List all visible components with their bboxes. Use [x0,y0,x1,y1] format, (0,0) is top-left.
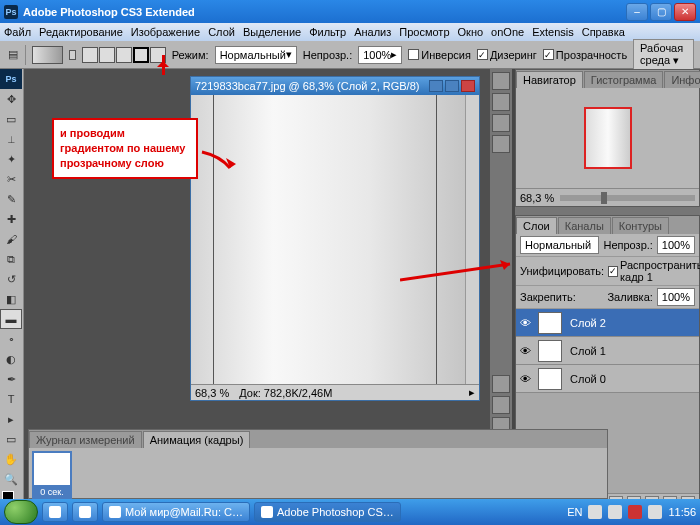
propagate-checkbox[interactable]: ✓Распространить кадр 1 [608,259,700,283]
menu-edit[interactable]: Редактирование [39,26,123,38]
doc-minimize-button[interactable] [429,80,443,92]
tray-icon[interactable] [588,505,602,519]
gradient-radial-button[interactable] [99,47,115,63]
layer-name[interactable]: Слой 0 [566,373,699,385]
magic-wand-tool[interactable]: ✦ [0,149,22,169]
menu-extensis[interactable]: Extensis [532,26,574,38]
eraser-tool[interactable]: ◧ [0,289,22,309]
menu-filter[interactable]: Фильтр [309,26,346,38]
tab-layers[interactable]: Слои [516,217,557,234]
gradient-linear-button[interactable] [82,47,98,63]
doc-close-button[interactable] [461,80,475,92]
menu-window[interactable]: Окно [458,26,484,38]
dock-icon[interactable] [492,375,510,393]
gradient-preview[interactable] [32,46,64,64]
gradient-angle-button[interactable] [116,47,132,63]
hand-tool[interactable]: ✋ [0,449,22,469]
layer-thumbnail[interactable] [538,312,562,334]
history-brush-tool[interactable]: ↺ [0,269,22,289]
tab-animation[interactable]: Анимация (кадры) [143,431,251,448]
frame-delay[interactable]: 0 сек. [32,487,72,499]
taskbar-item-active[interactable]: Adobe Photoshop CS… [254,502,401,522]
doc-maximize-button[interactable] [445,80,459,92]
transparency-checkbox[interactable]: ✓Прозрачность [543,49,627,61]
menu-view[interactable]: Просмотр [399,26,449,38]
tray-icon[interactable] [648,505,662,519]
start-button[interactable] [4,500,38,524]
layer-thumbnail[interactable] [538,340,562,362]
navigator-thumbnail[interactable] [584,107,632,169]
visibility-icon[interactable]: 👁 [516,317,534,329]
menu-file[interactable]: Файл [4,26,31,38]
clone-stamp-tool[interactable]: ⧉ [0,249,22,269]
zoom-level[interactable]: 68,3 % [195,387,229,399]
maximize-button[interactable]: ▢ [650,3,672,21]
document-titlebar[interactable]: 7219833bca77.jpg @ 68,3% (Слой 2, RGB/8) [191,77,479,95]
taskbar-item[interactable] [72,502,98,522]
crop-tool[interactable]: ✂ [0,169,22,189]
tab-paths[interactable]: Контуры [612,217,669,234]
layer-blend-select[interactable]: Нормальный [520,236,599,254]
tab-info[interactable]: Инфо [664,71,700,88]
taskbar-item[interactable]: Мой мир@Mail.Ru: С… [102,502,250,522]
gradient-tool[interactable]: ▬ [0,309,22,329]
dock-icon[interactable] [492,93,510,111]
tab-channels[interactable]: Каналы [558,217,611,234]
brush-tool[interactable]: 🖌 [0,229,22,249]
dodge-tool[interactable]: ◐ [0,349,22,369]
tool-preset-picker[interactable]: ▤ [6,45,19,65]
dock-icon[interactable] [492,135,510,153]
gradient-dropdown[interactable] [69,50,75,60]
layer-name[interactable]: Слой 2 [566,317,699,329]
tab-navigator[interactable]: Навигатор [516,71,583,88]
blur-tool[interactable]: ∘ [0,329,22,349]
lasso-tool[interactable]: ⟂ [0,129,22,149]
dock-icon[interactable] [492,396,510,414]
layer-thumbnail[interactable] [538,368,562,390]
layer-name[interactable]: Слой 1 [566,345,699,357]
pen-tool[interactable]: ✒ [0,369,22,389]
menu-onone[interactable]: onOne [491,26,524,38]
layer-row[interactable]: 👁 Слой 1 [516,337,699,365]
close-button[interactable]: ✕ [674,3,696,21]
taskbar-item[interactable] [42,502,68,522]
layer-row[interactable]: 👁 Слой 2 [516,309,699,337]
menu-help[interactable]: Справка [582,26,625,38]
animation-frame[interactable]: 0 сек. [32,451,72,499]
blend-mode-select[interactable]: Нормальный ▾ [215,46,297,64]
zoom-tool[interactable]: 🔍 [0,469,22,489]
language-indicator[interactable]: EN [567,506,582,518]
path-select-tool[interactable]: ▸ [0,409,22,429]
menu-layer[interactable]: Слой [208,26,235,38]
menu-analysis[interactable]: Анализ [354,26,391,38]
menu-image[interactable]: Изображение [131,26,200,38]
tab-measurement-log[interactable]: Журнал измерений [29,431,142,448]
visibility-icon[interactable]: 👁 [516,373,534,385]
tray-icon[interactable] [608,505,622,519]
healing-brush-tool[interactable]: ✚ [0,209,22,229]
dock-icon[interactable] [492,72,510,90]
layer-row[interactable]: 👁 Слой 0 [516,365,699,393]
eyedropper-tool[interactable]: ✎ [0,189,22,209]
tray-icon[interactable] [628,505,642,519]
fill-input[interactable]: 100% [657,288,695,306]
document-canvas[interactable] [191,95,465,384]
navigator-zoom[interactable]: 68,3 % [520,192,554,204]
dither-checkbox[interactable]: ✓Дизеринг [477,49,537,61]
dock-icon[interactable] [492,114,510,132]
clock[interactable]: 11:56 [668,506,696,518]
gradient-reflected-button[interactable] [133,47,149,63]
type-tool[interactable]: T [0,389,22,409]
move-tool[interactable]: ✥ [0,89,22,109]
minimize-button[interactable]: – [626,3,648,21]
layer-opacity-input[interactable]: 100% [657,236,695,254]
visibility-icon[interactable]: 👁 [516,345,534,357]
zoom-slider[interactable] [560,195,695,201]
marquee-tool[interactable]: ▭ [0,109,22,129]
reverse-checkbox[interactable]: Инверсия [408,49,471,61]
shape-tool[interactable]: ▭ [0,429,22,449]
workspace-dropdown[interactable]: Рабочая среда ▾ [633,39,694,70]
menu-select[interactable]: Выделение [243,26,301,38]
opacity-input[interactable]: 100% ▸ [358,46,402,64]
tab-histogram[interactable]: Гистограмма [584,71,664,88]
